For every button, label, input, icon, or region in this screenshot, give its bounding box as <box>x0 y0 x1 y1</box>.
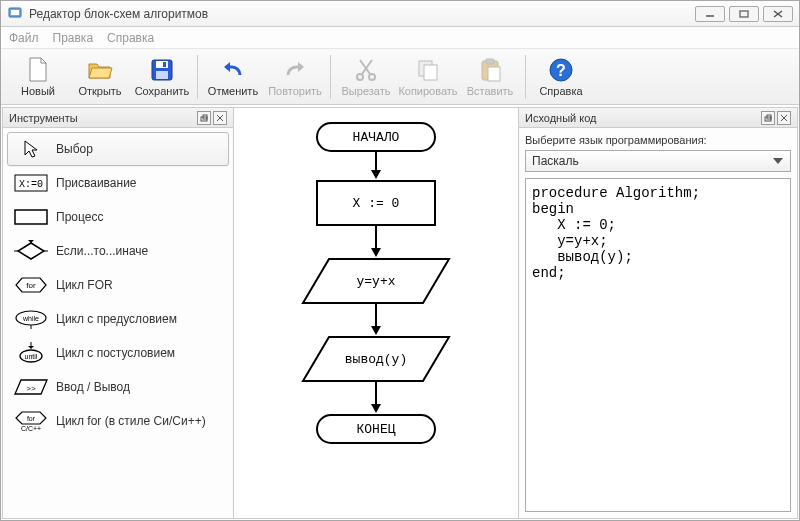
until-icon: until <box>14 342 48 364</box>
for-c-icon: forC/C++ <box>14 410 48 432</box>
undock-button[interactable] <box>197 111 211 125</box>
save-icon <box>148 57 176 83</box>
svg-text:until: until <box>25 353 38 360</box>
svg-text:while: while <box>22 315 39 322</box>
arrow <box>375 226 377 250</box>
svg-text:for: for <box>26 281 36 290</box>
svg-rect-3 <box>740 11 748 17</box>
source-code[interactable]: procedure Algorithm; begin X := 0; y=y+x… <box>525 178 791 512</box>
toolbar: Новый Открыть Сохранить Отменить Повтори… <box>1 49 799 105</box>
help-icon: ? <box>547 57 575 83</box>
paste-icon <box>476 57 504 83</box>
svg-rect-17 <box>486 59 494 64</box>
svg-text:X:=0: X:=0 <box>19 179 43 190</box>
arrow-head-icon <box>371 404 381 413</box>
save-button[interactable]: Сохранить <box>131 52 193 102</box>
menu-help[interactable]: Справка <box>107 31 154 45</box>
tool-for-c[interactable]: forC/C++ Цикл for (в стиле Си/Си++) <box>7 404 229 438</box>
io-icon: >> <box>14 376 48 398</box>
language-select[interactable]: Паскаль <box>525 150 791 172</box>
redo-icon <box>281 57 309 83</box>
tools-panel-title: Инструменты <box>3 108 233 128</box>
redo-button[interactable]: Повторить <box>264 52 326 102</box>
folder-open-icon <box>86 57 114 83</box>
file-icon <box>24 57 52 83</box>
code-panel: Исходный код Выберите язык программирова… <box>518 107 798 519</box>
svg-rect-15 <box>424 65 437 80</box>
arrow <box>375 152 377 172</box>
tool-until[interactable]: until Цикл c постусловием <box>7 336 229 370</box>
for-icon: for <box>14 274 48 296</box>
menu-edit[interactable]: Правка <box>53 31 94 45</box>
svg-text:C/C++: C/C++ <box>21 425 41 432</box>
tools-panel: Инструменты Выбор X:=0 Присваивание Проц… <box>2 107 234 519</box>
arrow <box>375 304 377 328</box>
svg-rect-1 <box>11 10 19 15</box>
svg-text:?: ? <box>556 62 566 79</box>
svg-text:for: for <box>27 415 36 422</box>
diamond-icon <box>14 240 48 262</box>
separator <box>197 55 198 99</box>
svg-point-12 <box>357 74 363 80</box>
copy-icon <box>414 57 442 83</box>
process-icon <box>14 206 48 228</box>
menu-file[interactable]: Файл <box>9 31 39 45</box>
undo-button[interactable]: Отменить <box>202 52 264 102</box>
paste-button[interactable]: Вставить <box>459 52 521 102</box>
close-panel-button[interactable] <box>213 111 227 125</box>
svg-rect-8 <box>156 71 168 79</box>
svg-line-10 <box>360 60 370 74</box>
undock-button[interactable] <box>761 111 775 125</box>
arrow-head-icon <box>371 248 381 257</box>
tool-list: Выбор X:=0 Присваивание Процесс Если...т… <box>3 128 233 518</box>
titlebar: Редактор блок-схем алгоритмов <box>1 1 799 27</box>
language-label: Выберите язык программирования: <box>525 134 791 146</box>
tool-io[interactable]: >> Ввод / Вывод <box>7 370 229 404</box>
tool-while[interactable]: while Цикл с предусловием <box>7 302 229 336</box>
window-title: Редактор блок-схем алгоритмов <box>29 7 695 21</box>
close-button[interactable] <box>763 6 793 22</box>
code-panel-title: Исходный код <box>519 108 797 128</box>
svg-line-11 <box>362 60 372 74</box>
canvas[interactable]: НАЧАЛО X := 0 y=y+x вывод(y) <box>234 107 518 519</box>
tool-select[interactable]: Выбор <box>7 132 229 166</box>
maximize-button[interactable] <box>729 6 759 22</box>
svg-rect-9 <box>163 62 166 67</box>
arrow <box>375 382 377 406</box>
separator <box>525 55 526 99</box>
new-button[interactable]: Новый <box>7 52 69 102</box>
cut-button[interactable]: Вырезать <box>335 52 397 102</box>
flow-process-1[interactable]: X := 0 <box>316 180 436 226</box>
close-panel-button[interactable] <box>777 111 791 125</box>
cursor-icon <box>14 138 48 160</box>
while-icon: while <box>14 308 48 330</box>
app-icon <box>7 6 23 22</box>
svg-rect-7 <box>156 61 168 68</box>
svg-rect-27 <box>15 210 47 224</box>
app-window: Редактор блок-схем алгоритмов Файл Правк… <box>0 0 800 521</box>
undo-icon <box>219 57 247 83</box>
minimize-button[interactable] <box>695 6 725 22</box>
open-button[interactable]: Открыть <box>69 52 131 102</box>
tool-process[interactable]: Процесс <box>7 200 229 234</box>
copy-button[interactable]: Копировать <box>397 52 459 102</box>
flow-end[interactable]: КОНЕЦ <box>316 414 436 444</box>
tool-for[interactable]: for Цикл FOR <box>7 268 229 302</box>
svg-rect-18 <box>488 67 500 81</box>
flowchart: НАЧАЛО X := 0 y=y+x вывод(y) <box>234 108 518 518</box>
flow-io-2[interactable]: вывод(y) <box>301 336 451 382</box>
chevron-down-icon <box>770 154 786 168</box>
arrow-head-icon <box>371 326 381 335</box>
assign-icon: X:=0 <box>14 172 48 194</box>
arrow-head-icon <box>371 170 381 179</box>
flow-start[interactable]: НАЧАЛО <box>316 122 436 152</box>
menubar: Файл Правка Справка <box>1 27 799 49</box>
tool-if[interactable]: Если...то...иначе <box>7 234 229 268</box>
help-button[interactable]: ? Справка <box>530 52 592 102</box>
separator <box>330 55 331 99</box>
flow-io-1[interactable]: y=y+x <box>301 258 451 304</box>
svg-text:>>: >> <box>26 384 36 393</box>
tool-assign[interactable]: X:=0 Присваивание <box>7 166 229 200</box>
svg-point-13 <box>369 74 375 80</box>
cut-icon <box>352 57 380 83</box>
